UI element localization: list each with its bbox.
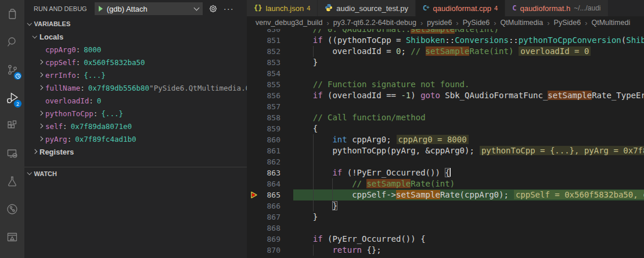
remote-explorer-icon[interactable] <box>0 139 24 167</box>
tab-launch-json[interactable]: {}launch.json4 <box>247 0 318 16</box>
code-token: pythonToCppConversion <box>519 35 621 45</box>
variables-section-header[interactable]: VARIABLES <box>24 17 247 30</box>
source-control-icon[interactable] <box>0 56 24 84</box>
code-token: (( <box>323 35 337 45</box>
code-line[interactable]: 856 if (overloadId == -1) goto Sbk_QAudi… <box>247 90 644 101</box>
search-icon[interactable] <box>0 28 24 56</box>
line-number[interactable]: 867 <box>247 212 293 223</box>
tab-audio-source-test-py[interactable]: audio_source_test.py <box>318 0 416 16</box>
code-line[interactable]: 853 } <box>247 57 644 68</box>
code-line-text <box>293 156 644 167</box>
line-number[interactable]: 857 <box>247 101 293 112</box>
breadcrumb-item[interactable]: venv_debug3d_build <box>256 19 322 27</box>
code-line-text <box>293 101 644 112</box>
line-number[interactable]: 870 <box>247 245 293 256</box>
line-number[interactable]: 865 <box>247 189 293 200</box>
gear-icon[interactable] <box>208 4 218 13</box>
variable-value: {...} <box>101 109 123 118</box>
variable-value: {...} <box>84 71 106 80</box>
line-number[interactable]: 853 <box>247 57 293 68</box>
code-line-text <box>293 223 644 234</box>
code-line[interactable]: 860 int cppArg0;cppArg0 = 8000 <box>247 134 644 145</box>
code-line[interactable]: 867 } <box>247 212 644 223</box>
breadcrumb-item[interactable]: QtMultimedia <box>501 19 544 27</box>
code-token <box>293 35 313 45</box>
line-number[interactable]: 869 <box>247 234 293 245</box>
variable-row-cppSelf[interactable]: cppSelf:0x560f5832ba50 <box>24 56 247 69</box>
variable-colon: : <box>63 122 67 131</box>
code-line[interactable]: 865 cppSelf->setSampleRate(cppArg0);cppS… <box>247 189 644 200</box>
code-line[interactable]: 866 } <box>247 200 644 212</box>
code-line[interactable]: 870 return {}; <box>247 245 644 256</box>
line-number[interactable]: 868 <box>247 223 293 234</box>
line-number[interactable]: 855 <box>247 79 293 90</box>
chevron-down-icon <box>33 34 37 38</box>
variable-row-self[interactable]: self:0x7f89da8071e0 <box>24 120 247 132</box>
variable-row-cppArg0[interactable]: cppArg0:8000 <box>24 43 247 56</box>
panel-warning-icon[interactable] <box>0 223 24 251</box>
line-number[interactable]: 861 <box>247 145 293 156</box>
run-debug-icon[interactable]: 2 <box>0 84 24 112</box>
test-beaker-icon[interactable] <box>0 167 24 195</box>
code-line[interactable]: 857 <box>247 101 644 112</box>
line-number[interactable]: 854 <box>247 68 293 79</box>
line-number[interactable]: 851 <box>247 35 293 46</box>
line-number[interactable]: 863 <box>247 167 293 178</box>
line-number[interactable]: 850 <box>247 29 293 35</box>
watch-section-header[interactable]: WATCH <box>24 167 247 180</box>
breadcrumb-item[interactable]: py3.7-qt6.2.2-64bit-debug <box>333 19 416 27</box>
start-debug-icon[interactable] <box>99 6 103 12</box>
code-line[interactable]: 852 overloadId = 0; // setSampleRate(int… <box>247 46 644 57</box>
variable-name: fullName <box>45 84 80 92</box>
tab-qaudioformat-h[interactable]: Cqaudioformat.h~/.../audi <box>505 0 608 16</box>
code-line[interactable]: 868 <box>247 223 644 234</box>
breadcrumb-item[interactable]: PySide6 <box>554 19 581 27</box>
more-actions-icon[interactable]: ··· <box>224 6 234 12</box>
code-token: Sbk_QAudioFormatFunc_ <box>440 91 548 100</box>
code-line[interactable]: 862 <box>247 156 644 167</box>
code-token: (!PyErr_Occurred()) <box>342 168 445 177</box>
variable-row-overloadId[interactable]: overloadId:0 <box>24 94 247 107</box>
twisty-icon <box>30 36 39 38</box>
code-line[interactable]: 859 { <box>247 123 644 134</box>
code-token: Rate(int) <box>469 46 513 56</box>
code-line-text: // 0: QAudioFormat::setSampleRate(int) <box>293 29 644 35</box>
line-number[interactable]: 856 <box>247 90 293 101</box>
breadcrumb-item[interactable]: PySide6 <box>463 19 490 27</box>
code-line[interactable]: 869 if (PyErr_Occurred()) { <box>247 234 644 245</box>
line-number[interactable]: 852 <box>247 46 293 57</box>
code-line[interactable]: 851 if ((pythonToCpp = Shiboken::Convers… <box>247 35 644 46</box>
code-token: = <box>391 35 406 45</box>
code-editor[interactable]: 850 // 0: QAudioFormat::setSampleRate(in… <box>247 29 644 258</box>
tab-qaudioformat-cpp[interactable]: C+qaudioformat.cpp4 <box>416 0 505 16</box>
scope-row-locals[interactable]: Locals <box>24 30 247 43</box>
scope-row-registers[interactable]: Registers <box>24 145 247 158</box>
git-graph-icon[interactable] <box>0 195 24 223</box>
breadcrumb-item[interactable]: QtMultimedi <box>591 19 630 27</box>
line-number[interactable]: 862 <box>247 156 293 167</box>
debug-count-badge: 2 <box>13 99 22 108</box>
extensions-icon[interactable] <box>0 112 24 139</box>
variable-row-pythonToCpp[interactable]: pythonToCpp:{...} <box>24 107 247 120</box>
code-token: cppSelf-> <box>293 190 396 199</box>
chevron-right-icon <box>38 111 43 116</box>
code-line[interactable]: 864 // setSampleRate(int) <box>247 178 644 189</box>
line-number[interactable]: 860 <box>247 134 293 145</box>
code-line[interactable]: 850 // 0: QAudioFormat::setSampleRate(in… <box>247 29 644 35</box>
code-line[interactable]: 861 pythonToCpp(pyArg, &cppArg0);pythonT… <box>247 145 644 156</box>
code-line[interactable]: 858 // Call function/method <box>247 112 644 123</box>
code-line-text: if (!PyErr_Occurred()) { <box>293 167 644 178</box>
code-line[interactable]: 855 // Function signature not found. <box>247 79 644 90</box>
breadcrumb-item[interactable]: pyside6 <box>427 19 452 27</box>
code-line[interactable]: 863 if (!PyErr_Occurred()) { <box>247 167 644 178</box>
debug-config-dropdown[interactable]: (gdb) Attach <box>95 2 203 15</box>
line-number[interactable]: 864 <box>247 178 293 189</box>
variable-row-errInfo[interactable]: errInfo:{...} <box>24 69 247 81</box>
line-number[interactable]: 866 <box>247 200 293 212</box>
line-number[interactable]: 858 <box>247 112 293 123</box>
code-line[interactable]: 854 <box>247 68 644 79</box>
variable-row-pyArg[interactable]: pyArg:0x7f89fc4ad1b0 <box>24 132 247 145</box>
line-number[interactable]: 859 <box>247 123 293 134</box>
files-icon[interactable] <box>0 0 24 28</box>
variable-row-fullName[interactable]: fullName:0x7f89db556b80 "PySide6.QtMulti… <box>24 81 247 94</box>
